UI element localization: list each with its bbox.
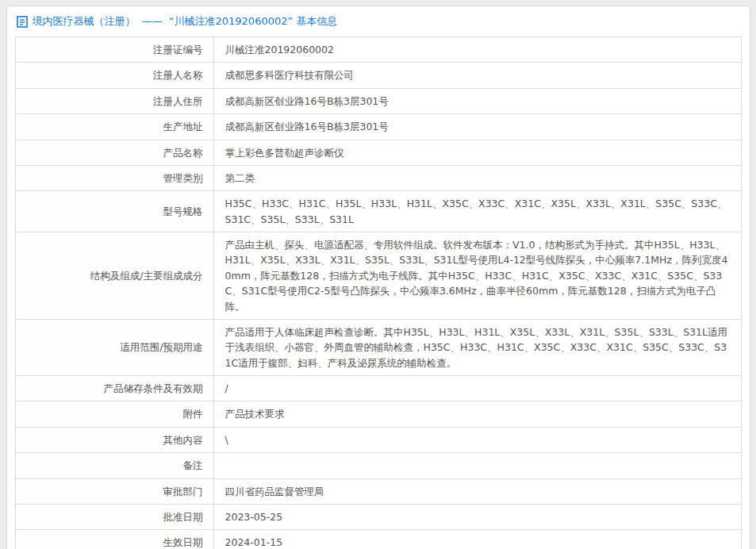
row-label-text: 审批部门 [163,486,203,497]
row-label: 型号规格 [15,191,213,232]
row-label-text: 结构及组成/主要组成成分 [90,270,203,282]
table-row: 注册人住所成都高新区创业路16号B栋3层301号 [15,88,741,113]
row-label-text: 管理类别 [163,172,203,184]
row-label: 备注 [15,453,213,478]
document-icon [17,16,28,28]
row-label-text: 注册人名称 [153,69,203,81]
table-row: 批准日期2023-05-25 [15,504,741,529]
row-value-text: 2023-05-25 [225,511,283,523]
row-value-text: 川械注准20192060002 [225,44,334,56]
row-value: H35C、H33C、H31C、H35L、H33L、H31L、X35C、X33C、… [213,191,741,232]
page-header: 境内医疗器械（注册） —— “川械注准20192060002” 基本信息 [7,6,750,35]
table-row: 产品储存条件及有效期/ [15,376,741,401]
registration-info-card: 境内医疗器械（注册） —— “川械注准20192060002” 基本信息 注册证… [6,6,750,549]
row-value: 产品适用于人体临床超声检查诊断。其中H35L、H33L、H31L、X35L、X3… [213,319,741,375]
row-label-text: 附件 [183,408,203,420]
table-row: 型号规格H35C、H33C、H31C、H35L、H33L、H31L、X35C、X… [15,191,741,232]
row-label-text: 产品储存条件及有效期 [104,382,203,394]
table-row: 结构及组成/主要组成成分产品由主机、探头、电源适配器、专用软件组成。软件发布版本… [15,232,741,320]
row-label: 注册人住所 [15,88,213,113]
row-value: 2024-01-15 [213,530,741,549]
table-row: 注册人名称成都思多科医疗科技有限公司 [15,63,741,88]
row-label: 结构及组成/主要组成成分 [15,232,213,320]
page-title-dash: —— [142,15,163,27]
row-value [213,453,741,478]
row-value: 成都高新区创业路16号B栋3层301号 [213,114,741,140]
row-value: 成都思多科医疗科技有限公司 [213,63,741,88]
row-value-text: 产品技术要求 [225,408,285,420]
table-row: 生产地址成都高新区创业路16号B栋3层301号 [15,114,741,140]
row-label: 批准日期 [15,504,213,529]
row-label: 其他内容 [15,427,213,452]
table-row: 产品名称掌上彩色多普勒超声诊断仪 [15,140,741,165]
row-value: / [213,376,741,401]
table-row: 其他内容\ [15,427,741,452]
row-value-text: 成都思多科医疗科技有限公司 [225,69,355,81]
row-value: 川械注准20192060002 [213,37,741,63]
row-label: 生效日期 [15,530,213,549]
info-table: 注册证编号川械注准20192060002注册人名称成都思多科医疗科技有限公司注册… [15,36,742,549]
row-value: \ [213,427,741,452]
table-row: 附件产品技术要求 [15,401,741,427]
row-value: 成都高新区创业路16号B栋3层301号 [213,88,741,113]
row-value: 产品技术要求 [213,401,741,427]
row-value-text: 成都高新区创业路16号B栋3层301号 [225,95,389,107]
row-label: 产品储存条件及有效期 [15,376,213,401]
row-label: 适用范围/预期用途 [15,319,213,375]
row-value-text: / [225,382,228,394]
table-row: 审批部门四川省药品监督管理局 [15,478,741,504]
row-value-text: 2024-01-15 [225,536,283,548]
row-label-text: 批准日期 [163,511,203,523]
row-value-text: 第二类 [225,172,255,184]
info-table-wrap: 注册证编号川械注准20192060002注册人名称成都思多科医疗科技有限公司注册… [7,35,750,549]
row-label: 注册人名称 [15,63,213,88]
row-value-text: 产品由主机、探头、电源适配器、专用软件组成。软件发布版本：V1.0，结构形式为手… [225,239,728,313]
row-value-text: 产品适用于人体临床超声检查诊断。其中H35L、H33L、H31L、X35L、X3… [225,326,728,369]
row-label-text: 注册证编号 [153,44,203,56]
row-value-text: 成都高新区创业路16号B栋3层301号 [225,121,389,132]
row-label: 管理类别 [15,165,213,190]
page-title-category: 境内医疗器械（注册） [33,15,136,27]
table-row: 备注 [15,453,741,478]
row-value: 第二类 [213,165,741,190]
row-label: 审批部门 [15,478,213,504]
table-row: 生效日期2024-01-15 [15,530,741,549]
row-label: 生产地址 [15,114,213,140]
row-value-text: H35C、H33C、H31C、H35L、H33L、H31L、X35C、X33C、… [225,198,727,225]
row-value: 产品由主机、探头、电源适配器、专用软件组成。软件发布版本：V1.0，结构形式为手… [213,232,741,320]
row-value-text: 四川省药品监督管理局 [225,486,324,497]
row-value: 掌上彩色多普勒超声诊断仪 [213,140,741,165]
row-label: 附件 [15,401,213,427]
row-label: 注册证编号 [15,37,213,63]
row-value-text: \ [225,434,228,446]
row-label-text: 生产地址 [163,121,203,132]
row-value: 四川省药品监督管理局 [213,478,741,504]
row-label-text: 生效日期 [163,536,203,548]
row-label-text: 备注 [183,459,203,471]
page-title: 境内医疗器械（注册） —— “川械注准20192060002” 基本信息 [33,14,338,29]
table-row: 适用范围/预期用途产品适用于人体临床超声检查诊断。其中H35L、H33L、H31… [15,319,741,375]
row-value-text: 掌上彩色多普勒超声诊断仪 [225,147,344,159]
page-title-main: “川械注准20192060002” 基本信息 [169,15,338,27]
info-table-body: 注册证编号川械注准20192060002注册人名称成都思多科医疗科技有限公司注册… [15,37,741,549]
row-label-text: 注册人住所 [153,95,203,107]
table-row: 注册证编号川械注准20192060002 [15,37,741,63]
row-label-text: 产品名称 [163,147,203,159]
table-row: 管理类别第二类 [15,165,741,190]
row-value: 2023-05-25 [213,504,741,529]
row-label-text: 适用范围/预期用途 [120,341,202,353]
row-label-text: 其他内容 [163,434,203,446]
row-label-text: 型号规格 [163,205,203,217]
row-label: 产品名称 [15,140,213,165]
